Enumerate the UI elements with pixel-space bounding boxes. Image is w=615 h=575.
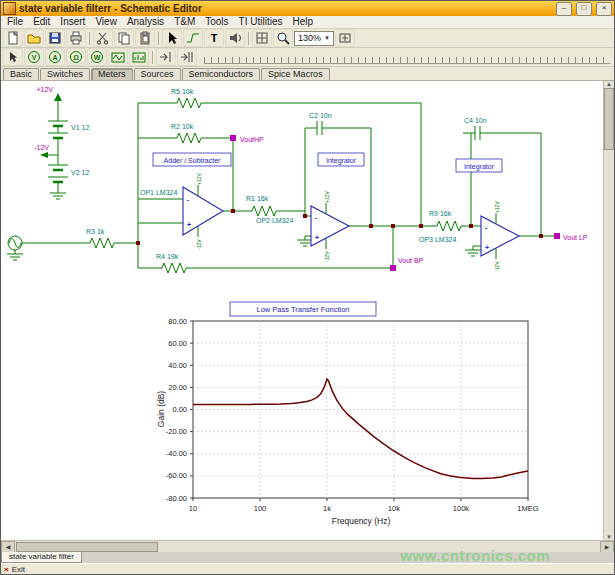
menu-ti-utilities[interactable]: TI Utilities [234,16,288,28]
horizontal-scroll-thumb[interactable] [16,542,158,552]
next-marker-button[interactable] [177,48,197,66]
copy-button[interactable] [114,29,134,47]
opamp-op2[interactable]: - + +12V -12V [311,191,349,262]
pos-rail-label: +12V [36,86,53,93]
block-label-integrator1[interactable]: Integrator [318,153,364,166]
cursor-tool-button[interactable] [162,29,182,47]
vertical-scroll-thumb[interactable] [604,88,614,150]
capacitor-c4[interactable] [463,126,495,140]
text-tool-button[interactable]: T [204,29,224,47]
app-icon [3,2,16,15]
zoom-value: 130% [298,33,321,43]
ohmmeter-button[interactable]: Ω [66,48,86,66]
x-tick-label: 1k [323,504,331,513]
svg-text:Ω: Ω [73,54,79,61]
close-button[interactable]: × [596,2,612,16]
block-label-integrator2[interactable]: Integrator [456,159,502,172]
op1-plus-sign: + [187,221,191,228]
wire-tool-button[interactable] [183,29,203,47]
open-button[interactable] [24,29,44,47]
vouthp-terminal[interactable] [230,135,236,141]
block-label-adder[interactable]: Adder / Subtracter [153,153,231,166]
component-toolbar: V A Ω W [1,48,614,67]
signal-analyzer-button[interactable] [129,48,149,66]
minimize-button[interactable]: – [556,2,572,16]
ammeter-button[interactable]: A [45,48,65,66]
voutlp-terminal[interactable] [554,233,560,239]
scroll-right-icon[interactable]: ▶ [600,541,614,553]
capacitor-c2[interactable] [305,121,337,135]
bode-plot: Low Pass Transfer Function 80.0060.0040.… [156,302,539,526]
schematic-canvas[interactable]: +12V -12V V1 12 V2 12 [1,81,603,540]
y-tick-label: -80.00 [166,494,187,503]
resistor-r9[interactable] [433,221,465,231]
tab-meters[interactable]: Meters [91,68,133,80]
y-axis-label: Gain (dB) [156,391,166,428]
x-tick-label: 100 [254,504,267,513]
vertical-scrollbar[interactable]: ▲ ▼ [603,81,614,540]
prev-marker-button[interactable] [156,48,176,66]
chart-title: Low Pass Transfer Function [257,305,350,314]
grid-toggle-button[interactable] [252,29,272,47]
menu-analysis[interactable]: Analysis [122,16,169,28]
canvas-area: +12V -12V V1 12 V2 12 [1,81,603,540]
tab-basic[interactable]: Basic [3,68,39,80]
op1-label: OP1 LM324 [140,189,177,196]
new-file-button[interactable] [3,29,23,47]
voltmeter-button[interactable]: V [24,48,44,66]
resistor-r3[interactable] [86,238,118,248]
toolbar-separator [248,32,249,45]
vouthp-label: VoutHP [240,136,264,143]
save-button[interactable] [45,29,65,47]
oscilloscope-button[interactable] [108,48,128,66]
print-button[interactable] [66,29,86,47]
op2-label: OP2 LM324 [256,217,293,224]
zoom-button[interactable] [273,29,293,47]
menu-file[interactable]: File [2,16,28,28]
y-tick-label: 0.00 [172,405,187,414]
tab-spice-macros[interactable]: Spice Macros [261,68,330,80]
opamp-op3[interactable]: - + +12V -12V [481,201,519,272]
v2-label: V2 12 [71,169,89,176]
exit-close-icon[interactable]: × [4,565,9,574]
scroll-up-icon[interactable]: ▲ [606,81,612,87]
menu-view[interactable]: View [90,16,122,28]
toolbar-separator [89,32,90,45]
svg-text:T: T [211,32,218,44]
scroll-left-icon[interactable]: ◀ [1,541,15,553]
horizontal-ruler [204,51,610,64]
toolbar-separator [158,32,159,45]
tab-switches[interactable]: Switches [40,68,90,80]
cut-button[interactable] [93,29,113,47]
voutbp-terminal[interactable] [390,265,396,271]
menu-help[interactable]: Help [288,16,319,28]
menu-t-m[interactable]: T&M [169,16,200,28]
paste-button[interactable] [135,29,155,47]
tab-semiconductors[interactable]: Semiconductors [182,68,261,80]
opamp-op1[interactable]: - + +12V -12V [183,173,223,250]
tab-sources[interactable]: Sources [134,68,181,80]
r1-label: R1 16k [246,195,269,202]
x-tick-label: 10 [189,504,197,513]
exit-label[interactable]: Exit [12,565,25,574]
op3-plus-sign: + [485,244,489,251]
select-tool-button[interactable] [3,48,23,66]
maximize-button[interactable]: □ [576,2,592,16]
menu-insert[interactable]: Insert [55,16,90,28]
signal-source[interactable] [7,236,86,260]
r5-label: R5 10k [171,88,194,95]
audio-button[interactable] [225,29,245,47]
document-tab[interactable]: state variable filter [1,552,82,563]
resistor-r1[interactable] [248,206,280,216]
resistor-r2[interactable] [173,133,205,143]
menu-edit[interactable]: Edit [28,16,55,28]
zoom-select[interactable]: 130% ▼ [294,31,334,46]
menu-bar: FileEditInsertViewAnalysisT&MToolsTI Uti… [1,16,614,29]
resistor-r4[interactable] [158,263,190,273]
x-axis-label: Frequency (Hz) [332,516,391,526]
menu-tools[interactable]: Tools [200,16,233,28]
fit-view-button[interactable] [335,29,355,47]
v1-label: V1 12 [71,124,89,131]
resistor-r5[interactable] [173,98,205,108]
wattmeter-button[interactable]: W [87,48,107,66]
